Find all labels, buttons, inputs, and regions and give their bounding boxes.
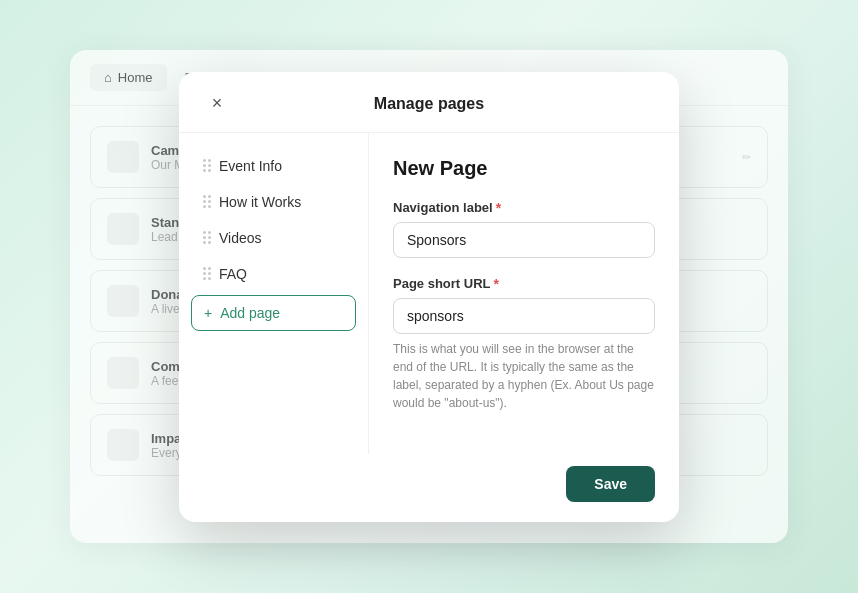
modal-title: Manage pages <box>374 95 484 113</box>
url-group: Page short URL * This is what you will s… <box>393 276 655 412</box>
page-list-label: How it Works <box>219 194 301 210</box>
drag-handle-icon <box>203 159 211 172</box>
page-list-item-how-it-works[interactable]: How it Works <box>191 185 356 219</box>
page-list-label: Event Info <box>219 158 282 174</box>
new-page-heading: New Page <box>393 157 655 180</box>
page-list-label: FAQ <box>219 266 247 282</box>
page-list-label: Videos <box>219 230 262 246</box>
url-input[interactable] <box>393 298 655 334</box>
modal-close-button[interactable]: × <box>203 90 231 118</box>
page-list-item-videos[interactable]: Videos <box>191 221 356 255</box>
nav-label-input[interactable] <box>393 222 655 258</box>
manage-pages-modal: × Manage pages Event Info How it <box>179 72 679 522</box>
drag-handle-icon <box>203 267 211 280</box>
add-icon: + <box>204 305 212 321</box>
page-list-item-faq[interactable]: FAQ <box>191 257 356 291</box>
required-indicator: * <box>496 200 501 216</box>
url-label: Page short URL * <box>393 276 655 292</box>
modal-body: Event Info How it Works Videos <box>179 133 679 454</box>
add-page-button[interactable]: + Add page <box>191 295 356 331</box>
url-hint: This is what you will see in the browser… <box>393 340 655 412</box>
new-page-form: New Page Navigation label * Page short U… <box>369 133 679 454</box>
modal-header: × Manage pages <box>179 72 679 133</box>
close-icon: × <box>212 93 223 114</box>
nav-label-label: Navigation label * <box>393 200 655 216</box>
drag-handle-icon <box>203 231 211 244</box>
modal-footer: Save <box>179 454 679 522</box>
page-list-item-event-info[interactable]: Event Info <box>191 149 356 183</box>
save-button[interactable]: Save <box>566 466 655 502</box>
modal-overlay: × Manage pages Event Info How it <box>0 0 858 593</box>
required-indicator: * <box>494 276 499 292</box>
drag-handle-icon <box>203 195 211 208</box>
modal-pages-list: Event Info How it Works Videos <box>179 133 369 454</box>
nav-label-group: Navigation label * <box>393 200 655 258</box>
add-page-label: Add page <box>220 305 280 321</box>
